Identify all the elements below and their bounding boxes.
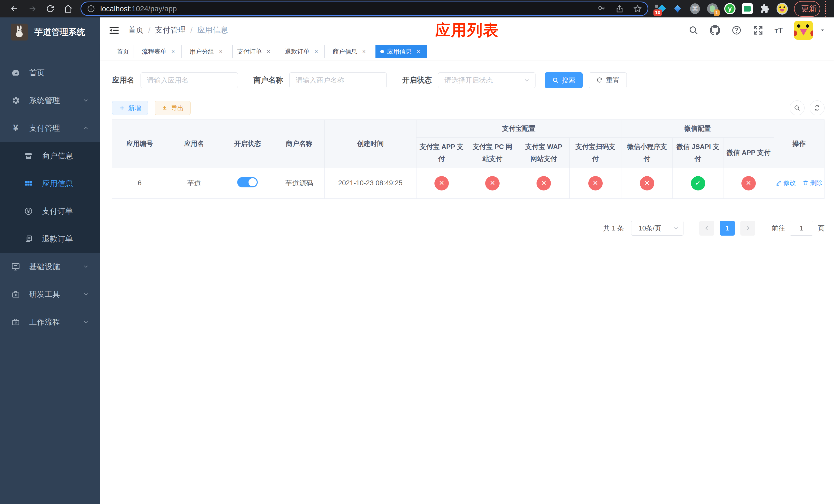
table-row: 6 芋道 芋道源码 2021-10-23 08:49:25 ✕ ✕ ✕ ✕ ✕ … [112,168,825,199]
fullscreen-icon[interactable] [753,25,763,36]
app-title: 芋道管理系统 [35,26,85,38]
site-info-icon[interactable] [87,5,95,13]
sidebar-item-label: 应用信息 [42,178,73,189]
extension-y-icon[interactable]: y [724,3,736,14]
close-icon[interactable]: × [360,48,368,55]
share-icon[interactable] [615,4,624,13]
export-button[interactable]: 导出 [155,101,191,115]
sidebar-item-label: 研发工具 [29,289,60,300]
col-created: 创建时间 [324,120,416,168]
tab-pay-order[interactable]: 支付订单× [232,45,277,58]
sidebar-item-label: 商户信息 [42,151,73,161]
bookmark-star-icon[interactable] [633,4,642,13]
edit-link[interactable]: 修改 [776,179,796,187]
logo-image [11,24,28,41]
user-avatar[interactable] [794,21,813,40]
hide-search-button[interactable] [790,100,805,115]
sidebar-item-payment[interactable]: ¥ 支付管理 [0,114,100,142]
trash-icon [803,180,809,186]
tab-process-form[interactable]: 流程表单× [137,45,181,58]
gear-icon [11,96,21,105]
sidebar-fold-icon[interactable] [109,25,119,36]
extension-chat-icon[interactable] [742,3,753,14]
browser-forward-icon[interactable] [28,4,37,13]
status-select[interactable]: 请选择开启状态 [438,72,535,88]
app-name-input[interactable] [140,72,238,88]
delete-link[interactable]: 删除 [803,179,822,187]
extension-command-icon[interactable]: ⌘ [689,3,701,14]
url-text[interactable]: localhost:1024/pay/app [100,5,597,13]
yen-circle-icon [24,206,33,216]
avatar-caret-icon[interactable] [820,27,825,33]
font-size-icon[interactable]: TT [774,26,783,35]
close-icon[interactable]: × [415,48,422,55]
browser-menu-icon[interactable]: ⋮⋮⋮ [822,2,829,16]
sidebar-item-home[interactable]: 首页 [0,59,100,87]
col-wx-mini: 微信小程序支付 [621,138,673,168]
prev-page-button[interactable] [699,221,714,235]
sidebar-item-infrastructure[interactable]: 基础设施 [0,253,100,280]
sidebar-item-app-info[interactable]: 应用信息 [0,170,100,198]
browser-back-icon[interactable] [10,4,19,13]
col-status: 开启状态 [221,120,273,168]
merchant-name-input[interactable] [289,72,387,88]
page-number-1[interactable]: 1 [720,221,735,235]
chevron-down-icon [83,291,89,298]
extension-session-icon[interactable]: 1 [707,3,718,14]
close-icon[interactable]: × [170,48,177,55]
cell-merchant: 芋道源码 [274,168,324,199]
sidebar-item-system[interactable]: 系统管理 [0,87,100,114]
chevron-down-icon [523,77,530,84]
page-unit-label: 页 [818,224,825,233]
col-group-wechat: 微信配置 [621,120,774,138]
status-label: 开启状态 [402,75,432,85]
sidebar-item-refund-order[interactable]: 退款订单 [0,225,100,253]
chevron-down-icon [83,97,89,104]
sidebar-item-label: 系统管理 [29,95,60,106]
tab-refund-order[interactable]: 退款订单× [280,45,325,58]
search-icon [794,105,800,111]
browser-update-button[interactable]: 更新 [794,1,820,17]
browser-reload-icon[interactable] [46,4,55,13]
app-logo[interactable]: 芋道管理系统 [0,18,100,47]
tab-home[interactable]: 首页 [112,45,134,58]
breadcrumb-home[interactable]: 首页 [128,25,144,36]
close-icon[interactable]: × [313,48,320,55]
search-button[interactable]: 搜索 [545,72,583,88]
help-icon[interactable] [731,25,742,36]
breadcrumb-payment[interactable]: 支付管理 [155,25,186,36]
status-toggle[interactable] [237,177,258,187]
plus-icon [119,105,125,111]
col-alipay-qr: 支付宝扫码支付 [569,138,621,168]
next-page-button[interactable] [740,221,755,235]
search-icon[interactable] [688,25,699,36]
tab-app-info[interactable]: 应用信息× [375,45,427,58]
download-icon [161,105,168,111]
address-bar[interactable]: localhost:1024/pay/app [81,2,648,16]
browser-home-icon[interactable] [64,4,73,13]
page-size-select[interactable]: 10条/页 [631,221,683,235]
extension-blocker-icon[interactable]: 10 [655,3,666,14]
close-icon[interactable]: × [217,48,224,55]
sidebar-item-pay-order[interactable]: 支付订单 [0,198,100,225]
sidebar-item-workflow[interactable]: 工作流程 [0,308,100,336]
alipay-app-status-icon: ✕ [435,176,449,190]
browser-toolbar: localhost:1024/pay/app 10 ⌘ 1 y 更新 ⋮⋮⋮ [0,0,834,18]
password-key-icon[interactable] [597,4,606,13]
col-wx-jsapi: 微信 JSAPI 支付 [673,138,723,168]
extension-kite-icon[interactable] [672,3,683,14]
add-button[interactable]: 新增 [112,101,148,115]
reset-button[interactable]: 重置 [589,72,627,88]
sidebar-item-dev-tools[interactable]: 研发工具 [0,280,100,308]
tab-merchant-info[interactable]: 商户信息× [328,45,372,58]
sidebar-item-merchant-info[interactable]: 商户信息 [0,142,100,170]
top-navbar: 首页 / 支付管理 / 应用信息 应用列表 TT [100,18,834,43]
browser-profile-avatar[interactable] [776,3,788,14]
search-form: 应用名 商户名称 开启状态 请选择开启状态 搜索 [112,72,825,88]
github-icon[interactable] [710,25,720,36]
close-icon[interactable]: × [265,48,272,55]
refresh-table-button[interactable] [810,100,825,115]
goto-page-input[interactable] [790,221,813,235]
tab-user-group[interactable]: 用户分组× [185,45,229,58]
extensions-puzzle-icon[interactable] [759,3,770,14]
